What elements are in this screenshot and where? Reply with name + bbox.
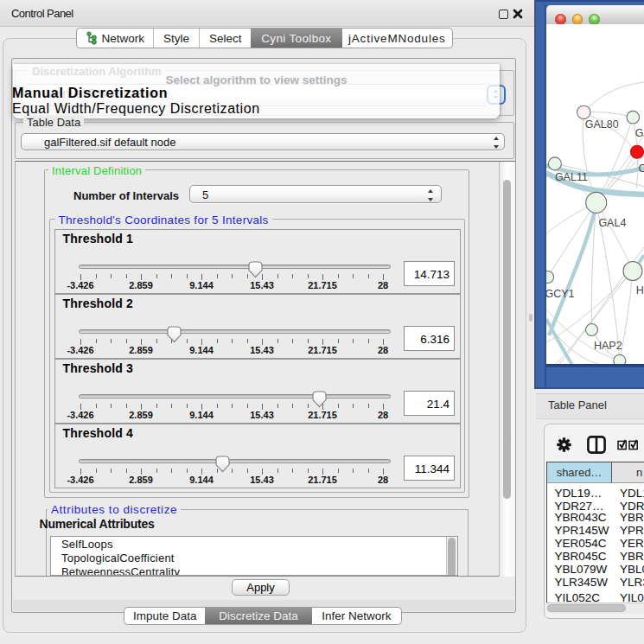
svg-text:GAL11: GAL11 [555, 170, 588, 182]
svg-text:GCY1: GCY1 [546, 288, 575, 300]
svg-text:CC: CC [639, 162, 644, 174]
svg-text:GAL80: GAL80 [585, 118, 619, 130]
svg-text:HI: HI [636, 284, 644, 296]
svg-text:GAL4: GAL4 [598, 216, 626, 228]
svg-text:HAP2: HAP2 [594, 339, 622, 351]
svg-text:GA: GA [635, 126, 644, 138]
